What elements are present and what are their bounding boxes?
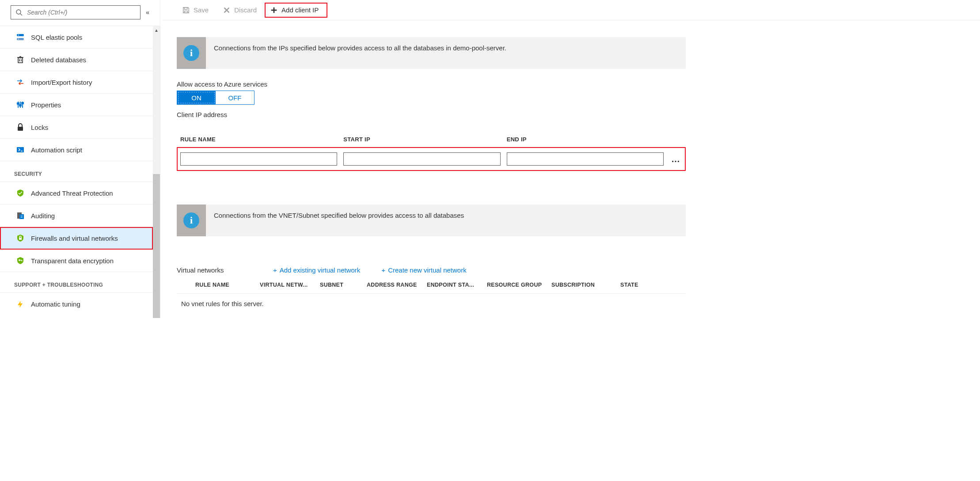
svg-point-5 — [18, 39, 19, 40]
save-button[interactable]: Save — [176, 4, 215, 17]
shield-key-icon — [16, 256, 25, 265]
svg-rect-15 — [19, 105, 21, 106]
svg-rect-20 — [19, 214, 24, 219]
save-icon — [182, 6, 190, 14]
info-icon-box: i — [177, 37, 206, 69]
auditing-icon — [16, 211, 25, 220]
allow-azure-label: Allow access to Azure services — [177, 80, 686, 88]
svg-line-1 — [20, 14, 22, 15]
end-ip-input[interactable] — [507, 152, 664, 166]
sidebar-item-import-export-history[interactable]: Import/Export history — [0, 71, 153, 94]
add-client-ip-button[interactable]: Add client IP — [265, 3, 327, 18]
sidebar-item-properties[interactable]: Properties — [0, 94, 153, 116]
sidebar-item-transparent-data-encryption[interactable]: Transparent data encryption — [0, 250, 153, 272]
bolt-icon — [16, 300, 25, 309]
client-ip-address-label: Client IP address — [177, 111, 686, 118]
search-box[interactable] — [11, 5, 141, 19]
svg-rect-26 — [184, 11, 187, 13]
plus-icon: + — [273, 266, 277, 274]
col-subnet: SUBNET — [320, 282, 364, 288]
sidebar-item-label: SQL elastic pools — [31, 34, 82, 41]
add-existing-vnet-button[interactable]: +Add existing virtual network — [273, 266, 360, 274]
sidebar-item-label: Auditing — [31, 212, 55, 220]
toggle-off[interactable]: OFF — [216, 91, 254, 104]
sidebar-item-deleted-databases[interactable]: Deleted databases — [0, 49, 153, 71]
svg-rect-16 — [22, 102, 23, 104]
col-end-ip: END IP — [507, 136, 664, 143]
col-rule-name: RULE NAME — [180, 136, 337, 143]
sql-pool-icon — [16, 33, 25, 42]
sidebar-item-label: Properties — [31, 101, 61, 109]
col-resource-group: RESOURCE GROUP — [487, 282, 549, 288]
svg-rect-14 — [17, 103, 19, 104]
create-new-vnet-button[interactable]: +Create new virtual network — [381, 266, 466, 274]
allow-azure-toggle[interactable]: ON OFF — [177, 91, 254, 105]
info-icon: i — [183, 45, 199, 61]
col-endpoint-status: ENDPOINT STA... — [427, 282, 484, 288]
sidebar-scrollbar[interactable]: ▲ — [153, 26, 160, 315]
link-label: Add existing virtual network — [280, 266, 361, 274]
row-more-button[interactable]: … — [670, 154, 682, 164]
sidebar-item-label: Locks — [31, 124, 48, 131]
firewall-table-header: RULE NAME START IP END IP — [177, 136, 686, 147]
sidebar-item-firewalls-virtual-networks[interactable]: Firewalls and virtual networks — [0, 227, 153, 250]
sidebar-item-label: Automatic tuning — [31, 300, 80, 308]
sidebar-item-auditing[interactable]: Auditing — [0, 205, 153, 227]
properties-icon — [16, 100, 25, 109]
plus-icon — [270, 6, 278, 14]
sidebar-item-automation-script[interactable]: Automation script — [0, 139, 153, 161]
trash-icon — [16, 55, 25, 64]
sidebar-item-label: Deleted databases — [31, 56, 86, 64]
sidebar-item-automatic-tuning[interactable]: Automatic tuning — [0, 293, 153, 315]
svg-rect-2 — [17, 34, 24, 36]
svg-point-4 — [18, 35, 19, 36]
info-icon-box: i — [177, 205, 206, 236]
shield-check-icon — [16, 189, 25, 197]
col-start-ip: START IP — [343, 136, 500, 143]
start-ip-input[interactable] — [343, 152, 500, 166]
discard-label: Discard — [234, 6, 257, 14]
sidebar-item-sql-elastic-pools[interactable]: SQL elastic pools — [0, 26, 153, 49]
svg-point-24 — [19, 259, 20, 261]
sidebar-item-label: Firewalls and virtual networks — [31, 235, 118, 242]
virtual-networks-label: Virtual networks — [177, 266, 252, 274]
add-client-ip-label: Add client IP — [281, 6, 319, 14]
discard-button[interactable]: Discard — [217, 4, 263, 17]
link-label: Create new virtual network — [388, 266, 467, 274]
vnet-empty-message: No vnet rules for this server. — [177, 294, 686, 314]
svg-rect-23 — [19, 238, 22, 240]
collapse-sidebar-button[interactable]: « — [146, 9, 149, 16]
main-content: Save Discard Add client IP i Connections… — [163, 0, 980, 318]
col-state: STATE — [620, 282, 647, 288]
svg-point-0 — [16, 10, 21, 14]
info-text: Connections from the VNET/Subnet specifi… — [206, 205, 472, 236]
info-text: Connections from the IPs specified below… — [206, 37, 514, 69]
info-banner-vnet: i Connections from the VNET/Subnet speci… — [177, 205, 686, 236]
search-icon — [15, 9, 23, 16]
col-virtual-network: VIRTUAL NETW... — [260, 282, 317, 288]
discard-icon — [223, 6, 231, 14]
sidebar-item-label: Transparent data encryption — [31, 257, 114, 265]
sidebar-item-advanced-threat-protection[interactable]: Advanced Threat Protection — [0, 182, 153, 205]
section-header-support: SUPPORT + TROUBLESHOOTING — [0, 272, 153, 293]
lock-icon — [16, 123, 25, 132]
import-export-icon — [16, 78, 25, 87]
plus-icon: + — [381, 266, 385, 274]
search-input[interactable] — [23, 9, 136, 16]
col-address-range: ADDRESS RANGE — [367, 282, 424, 288]
sidebar: « SQL elastic pools Deleted databases Im… — [0, 0, 160, 318]
rule-name-input[interactable] — [180, 152, 337, 166]
col-rule-name: RULE NAME — [195, 282, 257, 288]
vnet-table-header: RULE NAME VIRTUAL NETW... SUBNET ADDRESS… — [177, 282, 686, 294]
firewall-rule-row: … — [177, 147, 686, 171]
vnet-actions: Virtual networks +Add existing virtual n… — [177, 266, 686, 274]
toggle-on[interactable]: ON — [177, 91, 216, 104]
scrollbar-thumb[interactable] — [153, 174, 160, 318]
scrollbar-up-arrow[interactable]: ▲ — [153, 26, 160, 34]
sidebar-item-locks[interactable]: Locks — [0, 116, 153, 139]
sidebar-item-label: Advanced Threat Protection — [31, 189, 113, 197]
svg-rect-3 — [17, 38, 24, 40]
info-banner-ips: i Connections from the IPs specified bel… — [177, 37, 686, 69]
svg-rect-17 — [18, 127, 23, 131]
section-header-security: SECURITY — [0, 161, 153, 182]
